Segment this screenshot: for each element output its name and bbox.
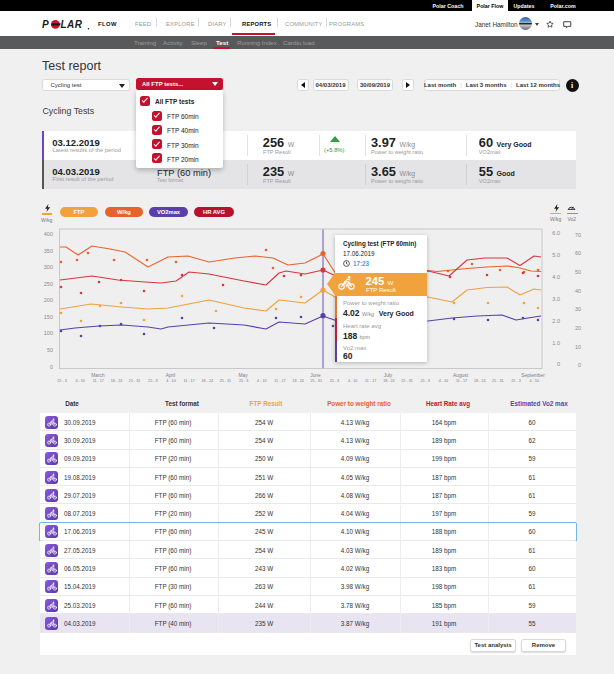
svg-text:250: 250: [44, 281, 53, 287]
svg-text:P: P: [42, 20, 49, 30]
svg-text:20: 20: [575, 325, 581, 331]
svg-text:25 - 31: 25 - 31: [220, 379, 231, 383]
svg-text:1.0: 1.0: [552, 340, 560, 346]
svg-text:11 - 17: 11 - 17: [274, 379, 285, 383]
svg-text:0: 0: [578, 362, 581, 368]
svg-text:4 - 10: 4 - 10: [257, 379, 266, 383]
svg-text:June: June: [310, 373, 321, 378]
svg-text:50: 50: [47, 347, 53, 353]
svg-text:18 - 24: 18 - 24: [111, 379, 122, 383]
svg-text:0: 0: [557, 361, 560, 367]
svg-text:18 - 24: 18 - 24: [383, 379, 394, 383]
svg-text:11 - 17: 11 - 17: [183, 379, 194, 383]
svg-text:25 - 31: 25 - 31: [401, 379, 412, 383]
svg-text:40: 40: [575, 288, 581, 294]
svg-text:11 - 17: 11 - 17: [93, 379, 104, 383]
svg-text:3.0: 3.0: [552, 296, 560, 302]
svg-text:August: August: [453, 373, 469, 378]
svg-text:4 - 10: 4 - 10: [529, 379, 538, 383]
svg-text:400: 400: [44, 231, 53, 237]
svg-text:25 - 3: 25 - 3: [511, 379, 520, 383]
svg-text:LAR: LAR: [60, 20, 82, 30]
svg-text:July: July: [384, 373, 393, 378]
svg-text:4 - 10: 4 - 10: [439, 379, 448, 383]
svg-text:May: May: [238, 373, 248, 378]
svg-text:18 - 24: 18 - 24: [474, 379, 485, 383]
svg-text:25 - 3: 25 - 3: [330, 379, 339, 383]
svg-text:10: 10: [575, 344, 581, 350]
svg-text:18 - 24: 18 - 24: [292, 379, 303, 383]
svg-text:4 - 10: 4 - 10: [166, 379, 175, 383]
svg-text:30: 30: [575, 306, 581, 312]
svg-text:5.0: 5.0: [552, 252, 560, 258]
svg-text:25 - 31: 25 - 31: [492, 379, 503, 383]
svg-text:6.0: 6.0: [552, 230, 560, 236]
svg-text:March: March: [91, 373, 105, 378]
svg-text:25 - 3: 25 - 3: [239, 379, 248, 383]
svg-text:150: 150: [44, 314, 53, 320]
svg-text:11 - 17: 11 - 17: [365, 379, 376, 383]
svg-text:25 - 31: 25 - 31: [310, 379, 321, 383]
svg-text:April: April: [166, 373, 176, 378]
svg-text:200: 200: [44, 297, 53, 303]
svg-text:September: September: [521, 373, 545, 378]
svg-text:18 - 24: 18 - 24: [202, 379, 213, 383]
svg-text:4 - 10: 4 - 10: [348, 379, 357, 383]
svg-text:300: 300: [44, 264, 53, 270]
svg-text:50: 50: [575, 269, 581, 275]
svg-text:60: 60: [575, 250, 581, 256]
svg-text:25 - 3: 25 - 3: [148, 379, 157, 383]
svg-text:2.0: 2.0: [552, 318, 560, 324]
svg-text:0: 0: [50, 364, 53, 370]
svg-text:25 - 3: 25 - 3: [57, 379, 66, 383]
svg-text:70: 70: [575, 232, 581, 238]
svg-text:4.0: 4.0: [552, 274, 560, 280]
svg-text:4 - 10: 4 - 10: [75, 379, 84, 383]
svg-text:25 - 31: 25 - 31: [129, 379, 140, 383]
svg-text:350: 350: [44, 248, 53, 254]
svg-text:25 - 3: 25 - 3: [420, 379, 429, 383]
svg-text:100: 100: [44, 330, 53, 336]
svg-text:11 - 17: 11 - 17: [456, 379, 467, 383]
